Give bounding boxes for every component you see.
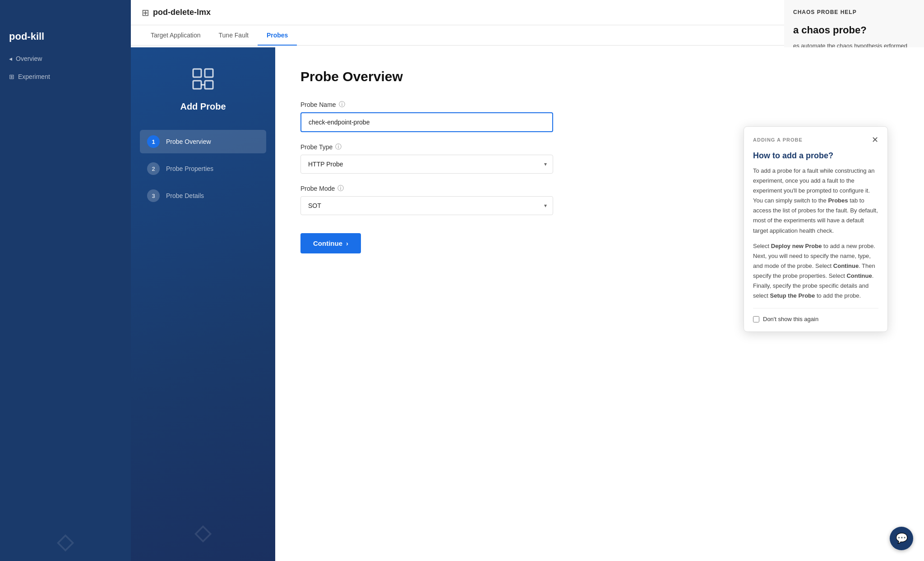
probe-name-input[interactable] [300, 112, 553, 132]
dont-show-checkbox[interactable] [753, 316, 759, 322]
probe-form-title: Probe Overview [300, 69, 899, 84]
experiment-icon: ⊞ [142, 7, 149, 18]
probe-steps: 1 Probe Overview 2 Probe Properties 3 Pr… [140, 130, 266, 207]
probe-mode-info-icon[interactable]: ⓘ [337, 184, 344, 193]
step-label-2: Probe Properties [166, 165, 213, 172]
step-number-2: 2 [147, 162, 160, 175]
popup-text-1: To add a probe for a fault while constru… [753, 166, 878, 236]
popup-divider [753, 308, 878, 308]
probe-type-select[interactable]: HTTP Probe Command Probe K8s Probe Prome… [300, 155, 553, 174]
probe-mode-select[interactable]: SOT EOT Edge Continuous OnChaos [300, 196, 553, 215]
sidebar-bottom-decor: ⬦ [191, 506, 215, 552]
svg-rect-1 [205, 69, 213, 77]
tab-tune-fault[interactable]: Tune Fault [210, 25, 258, 45]
probe-mode-select-wrapper: SOT EOT Edge Continuous OnChaos ▾ [300, 196, 553, 215]
probe-step-1[interactable]: 1 Probe Overview [140, 130, 266, 153]
sidebar-nav: ◂ Overview ⊞ Experiment [0, 50, 131, 86]
probe-step-3[interactable]: 3 Probe Details [140, 184, 266, 207]
chevron-right-icon: › [346, 239, 348, 247]
help-panel-title: CHAOS PROBE HELP [793, 9, 915, 15]
popup-header-title: ADDING A PROBE [753, 137, 803, 143]
step-number-1: 1 [147, 135, 160, 148]
chat-icon: 💬 [896, 533, 908, 544]
pod-kill-section: pod-kill [0, 23, 131, 50]
popup-heading: How to add a probe? [753, 151, 878, 161]
sidebar-item-label: Experiment [18, 73, 50, 80]
probe-type-select-wrapper: HTTP Probe Command Probe K8s Probe Prome… [300, 155, 553, 174]
popup-header: ADDING A PROBE ✕ [753, 136, 878, 144]
pod-kill-title: pod-kill [9, 31, 122, 42]
sidebar-item-experiment[interactable]: ⊞ Experiment [0, 68, 131, 86]
svg-rect-0 [193, 69, 201, 77]
svg-rect-3 [205, 81, 213, 89]
tab-probes[interactable]: Probes [258, 25, 297, 45]
probe-sidebar-icon [189, 65, 217, 94]
help-heading: a chaos probe? [793, 24, 915, 36]
sidebar-item-label: Overview [16, 55, 42, 62]
popup-text-2: Select Deploy new Probe to add a new pro… [753, 241, 878, 301]
left-sidebar: pod-kill ◂ Overview ⊞ Experiment ⬦ [0, 0, 131, 561]
probe-sidebar: Add Probe 1 Probe Overview 2 Probe Prope… [131, 47, 275, 561]
probe-name-label: Probe Name ⓘ [300, 101, 899, 109]
overview-icon: ◂ [9, 55, 12, 62]
svg-rect-2 [193, 81, 201, 89]
step-label-3: Probe Details [166, 192, 204, 199]
probe-step-2[interactable]: 2 Probe Properties [140, 157, 266, 180]
sidebar-decor: ⬦ [0, 515, 131, 561]
popup-checkbox-row: Don't show this again [753, 316, 878, 322]
probe-type-info-icon[interactable]: ⓘ [335, 143, 342, 151]
experiment-title: pod-delete-lmx [153, 8, 211, 17]
dont-show-label[interactable]: Don't show this again [763, 316, 818, 322]
probe-name-info-icon[interactable]: ⓘ [339, 101, 345, 109]
add-probe-title: Add Probe [180, 101, 226, 112]
popup-close-button[interactable]: ✕ [872, 136, 878, 144]
chat-button[interactable]: 💬 [890, 527, 913, 550]
adding-probe-popup: ADDING A PROBE ✕ How to add a probe? To … [744, 126, 888, 332]
continue-button[interactable]: Continue › [300, 233, 361, 253]
sidebar-item-overview[interactable]: ◂ Overview [0, 50, 131, 68]
step-label-1: Probe Overview [166, 138, 211, 145]
tab-target-application[interactable]: Target Application [142, 25, 210, 45]
experiment-icon: ⊞ [9, 73, 14, 80]
step-number-3: 3 [147, 189, 160, 202]
